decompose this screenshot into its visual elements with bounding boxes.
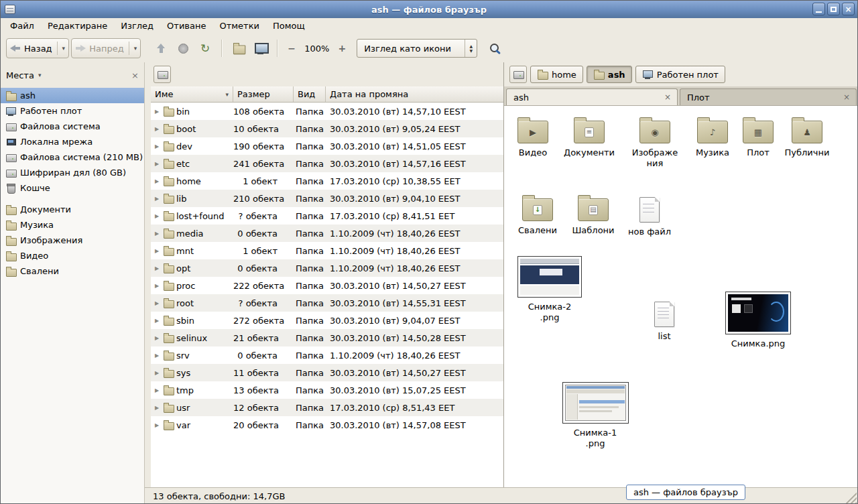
expander-icon[interactable]: ▶ — [154, 370, 160, 376]
titlebar[interactable]: ash — файлов браузър × — [1, 1, 857, 18]
file-row[interactable]: ▶ proc 222 обекта Папка 30.03.2010 (вт) … — [151, 277, 503, 294]
file-row[interactable]: ▶ lib 210 обекта Папка 30.03.2010 (вт) 9… — [151, 190, 503, 207]
file-row[interactable]: ▶ selinux 21 обекта Папка 30.03.2010 (вт… — [151, 329, 503, 346]
path-button-ash[interactable]: ash — [587, 66, 632, 83]
file-row[interactable]: ▶ bin 108 обекта Папка 30.03.2010 (вт) 1… — [151, 103, 503, 120]
expander-icon[interactable]: ▶ — [154, 109, 160, 115]
expander-icon[interactable]: ▶ — [154, 318, 160, 324]
computer-button[interactable] — [251, 38, 271, 58]
expander-icon[interactable]: ▶ — [154, 196, 160, 202]
path-button-home[interactable]: home — [530, 66, 583, 83]
sidebar-bookmark-item[interactable]: Видео — [1, 248, 144, 263]
sidebar-close-icon[interactable]: × — [131, 70, 139, 80]
sidebar-place-item[interactable]: ash — [1, 88, 144, 103]
maximize-button[interactable] — [827, 3, 840, 15]
file-list[interactable]: list — [636, 299, 692, 342]
column-header-name[interactable]: Име ▾ — [151, 86, 233, 102]
zoom-out-button[interactable]: − — [284, 38, 299, 58]
folder-video[interactable]: ▶ Видео — [505, 117, 561, 158]
view-mode-select[interactable]: Изглед като икони ▲▼ — [357, 39, 477, 58]
minimize-button[interactable] — [812, 3, 825, 15]
sidebar-place-item[interactable]: Локална мрежа — [1, 134, 144, 149]
sidebar-title[interactable]: Места — [6, 70, 34, 80]
folder-downloads[interactable]: ↓ Свалени — [509, 194, 566, 236]
search-button[interactable] — [485, 38, 505, 58]
icon-view[interactable]: ▶ Видео ≡ Документи ◉ Изображения ♪ Музи… — [504, 106, 858, 487]
file-row[interactable]: ▶ media 0 обекта Папка 1.10.2009 (чт) 18… — [151, 225, 503, 242]
pathbar-root-button[interactable] — [509, 66, 527, 83]
expander-icon[interactable]: ▶ — [154, 178, 160, 184]
sidebar-selector-caret-icon[interactable]: ▾ — [38, 72, 42, 78]
expander-icon[interactable]: ▶ — [154, 161, 160, 167]
sidebar-place-item[interactable]: Шифриран дял (80 GB) — [1, 165, 144, 180]
expander-icon[interactable]: ▶ — [154, 265, 160, 271]
back-history-dropdown-icon[interactable]: ▾ — [62, 45, 66, 52]
folder-documents[interactable]: ≡ Документи — [561, 117, 617, 158]
stop-button[interactable] — [173, 38, 193, 58]
folder-templates[interactable]: ▤ Шаблони — [565, 194, 621, 236]
image-snimka-1[interactable]: Снимка-1.png — [560, 382, 630, 450]
menu-item[interactable]: Файл — [3, 18, 41, 34]
file-row[interactable]: ▶ sys 11 обекта Папка 30.03.2010 (вт) 14… — [151, 364, 503, 381]
folder-public[interactable]: ♟ Публични — [779, 117, 835, 158]
sidebar-place-item[interactable]: Файлова система — [1, 119, 144, 134]
column-header-kind[interactable]: Вид — [294, 86, 326, 102]
expander-icon[interactable]: ▶ — [154, 283, 160, 289]
folder-pictures[interactable]: ◉ Изображения — [627, 117, 683, 170]
file-row[interactable]: ▶ opt 0 обекта Папка 1.10.2009 (чт) 18,4… — [151, 259, 503, 277]
sidebar-place-item[interactable]: Работен плот — [1, 103, 144, 119]
expander-icon[interactable]: ▶ — [154, 213, 160, 219]
column-header-size[interactable]: Размер — [233, 86, 294, 102]
file-row[interactable]: ▶ var 20 обекта Папка 30.03.2010 (вт) 14… — [151, 416, 503, 434]
file-row[interactable]: ▶ root ? обекта Папка 30.03.2010 (вт) 14… — [151, 294, 503, 312]
reload-button[interactable]: ↻ — [195, 38, 215, 58]
zoom-in-button[interactable]: + — [334, 38, 349, 58]
image-snimka-2[interactable]: Снимка-2.png — [515, 256, 585, 324]
menu-item[interactable]: Изглед — [114, 18, 160, 34]
sidebar-place-item[interactable]: Кошче — [1, 180, 144, 196]
expander-icon[interactable]: ▶ — [154, 248, 160, 254]
file-row[interactable]: ▶ home 1 обект Папка 17.03.2010 (ср) 10,… — [151, 172, 503, 190]
forward-button[interactable]: Напред ▾ — [71, 38, 141, 58]
folder-desktop[interactable]: ▦ Плот — [730, 117, 786, 158]
back-button[interactable]: Назад ▾ — [6, 38, 69, 58]
expander-icon[interactable]: ▶ — [154, 353, 160, 359]
menu-item[interactable]: Редактиране — [41, 18, 114, 34]
path-button-desktop[interactable]: Работен плот — [635, 66, 725, 83]
file-row[interactable]: ▶ mnt 1 обект Папка 1.10.2009 (чт) 18,40… — [151, 242, 503, 259]
expander-icon[interactable]: ▶ — [154, 231, 160, 237]
up-button[interactable] — [151, 38, 171, 58]
expander-icon[interactable]: ▶ — [154, 422, 160, 428]
column-header-date[interactable]: Дата на промяна — [326, 86, 503, 102]
expander-icon[interactable]: ▶ — [154, 387, 160, 393]
expander-icon[interactable]: ▶ — [154, 300, 160, 306]
expander-icon[interactable]: ▶ — [154, 126, 160, 132]
tab-close-icon[interactable]: × — [662, 92, 673, 103]
file-row[interactable]: ▶ sbin 272 обекта Папка 30.03.2010 (вт) … — [151, 312, 503, 329]
file-row[interactable]: ▶ boot 10 обекта Папка 30.03.2010 (вт) 9… — [151, 120, 503, 137]
file-row[interactable]: ▶ lost+found ? обекта Папка 17.03.2010 (… — [151, 207, 503, 225]
sort-indicator-icon[interactable]: ▾ — [225, 91, 229, 98]
home-button[interactable] — [229, 38, 249, 58]
close-button[interactable]: × — [842, 3, 855, 15]
file-row[interactable]: ▶ dev 190 обекта Папка 30.03.2010 (вт) 1… — [151, 137, 503, 155]
forward-history-dropdown-icon[interactable]: ▾ — [134, 45, 137, 52]
menu-item[interactable]: Отметки — [212, 18, 265, 34]
tab-desktop[interactable]: Плот × — [680, 88, 857, 105]
menu-item[interactable]: Отиване — [160, 18, 212, 34]
sidebar-place-item[interactable]: Файлова система (210 MB) — [1, 149, 144, 165]
root-location-button[interactable] — [154, 66, 171, 83]
file-new-file[interactable]: нов файл — [621, 194, 678, 237]
sidebar-bookmark-item[interactable]: Документи — [1, 202, 144, 217]
image-snimka[interactable]: Снимка.png — [723, 292, 793, 349]
sidebar-bookmark-item[interactable]: Музика — [1, 217, 144, 233]
tab-ash[interactable]: ash × — [506, 88, 678, 105]
sidebar-bookmark-item[interactable]: Свалени — [1, 263, 144, 279]
sidebar-splitter[interactable] — [145, 62, 151, 504]
sidebar-bookmark-item[interactable]: Изображения — [1, 233, 144, 248]
combo-spin-icons[interactable]: ▲▼ — [465, 40, 477, 57]
file-row[interactable]: ▶ etc 241 обекта Папка 30.03.2010 (вт) 1… — [151, 155, 503, 172]
file-row[interactable]: ▶ tmp 13 обекта Папка 30.03.2010 (вт) 15… — [151, 381, 503, 399]
menu-item[interactable]: Помощ — [266, 18, 312, 34]
file-row[interactable]: ▶ usr 12 обекта Папка 17.03.2010 (ср) 8,… — [151, 399, 503, 416]
